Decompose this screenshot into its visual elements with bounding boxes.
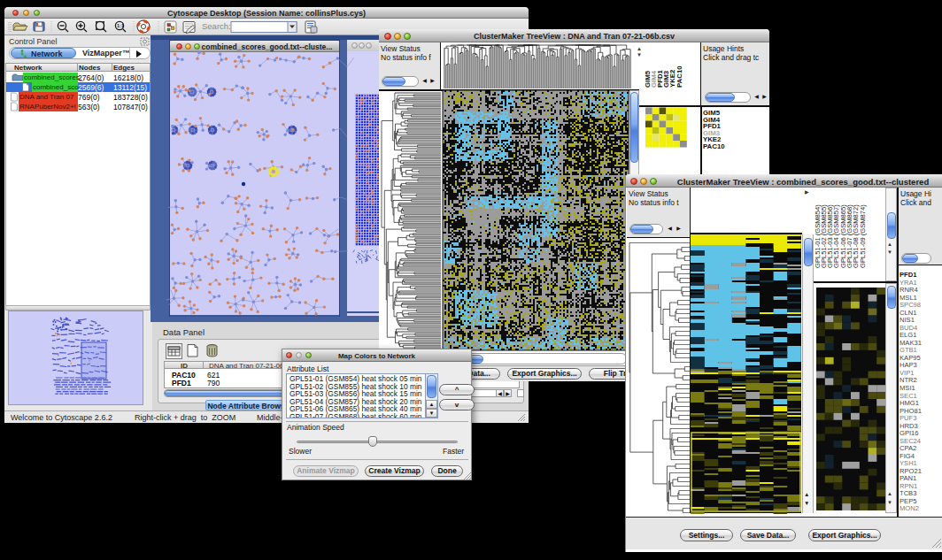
svg-text:Search:: Search:	[202, 21, 231, 31]
svg-text:1:1: 1:1	[117, 23, 124, 28]
